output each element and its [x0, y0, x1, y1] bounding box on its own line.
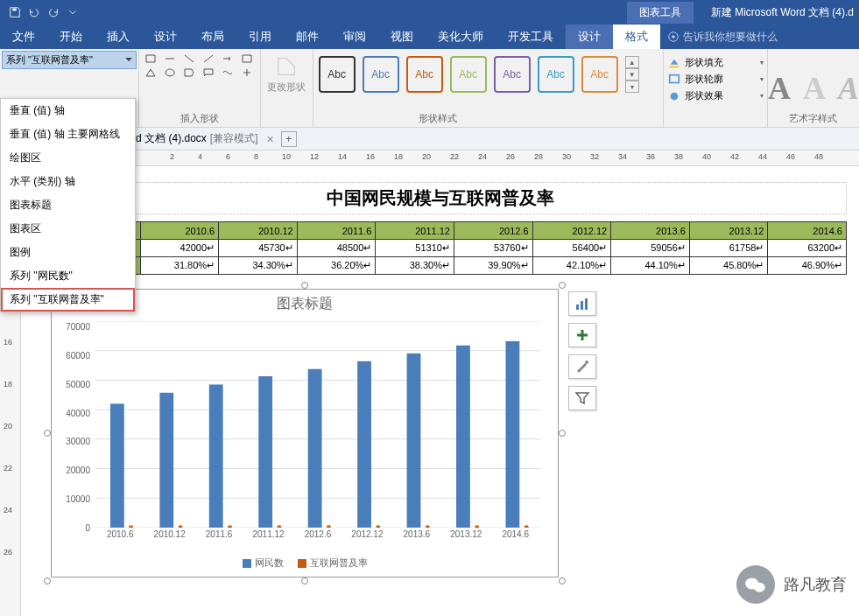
wordart-preset[interactable]: A	[838, 70, 859, 107]
wechat-icon	[736, 565, 775, 604]
shape-thumb[interactable]	[239, 52, 255, 65]
menu-item[interactable]: 美化大师	[426, 24, 496, 49]
scroll-up-icon[interactable]: ▲	[625, 56, 639, 68]
chart-add-button[interactable]	[568, 323, 596, 347]
svg-rect-16	[209, 384, 223, 528]
data-table: 时间2010.62010.122011.62011.122012.62012.1…	[33, 221, 847, 275]
shape-thumb[interactable]	[162, 66, 178, 79]
shape-style-preset[interactable]: Abc	[363, 56, 399, 93]
shape-style-preset[interactable]: Abc	[319, 56, 356, 93]
dropdown-item[interactable]: 图例	[1, 241, 135, 264]
svg-rect-4	[669, 74, 679, 82]
dropdown-item[interactable]: 垂直 (值) 轴	[1, 99, 135, 122]
shape-style-preset[interactable]: Abc	[538, 56, 574, 93]
page: 中国网民规模与互联网普及率 时间2010.62010.122011.62011.…	[21, 166, 859, 584]
dropdown-item[interactable]: 图表标题	[1, 193, 135, 217]
shape-thumb[interactable]	[220, 52, 236, 65]
wordart-preset[interactable]: A	[768, 70, 791, 107]
ribbon: 系列 "互联网普及率" 垂直 (值) 轴垂直 (值) 轴 主要网格线绘图区水平 …	[0, 49, 859, 128]
undo-icon[interactable]	[25, 3, 44, 22]
insert-shapes-group: 插入形状	[139, 49, 261, 127]
shape-thumb[interactable]	[181, 52, 197, 65]
dropdown-item[interactable]: 系列 "互联网普及率"	[1, 288, 135, 312]
chart-legend: 网民数 互联网普及率	[52, 556, 558, 570]
svg-point-37	[754, 583, 765, 592]
chart-plot-area	[95, 321, 540, 528]
svg-rect-33	[581, 301, 583, 310]
menu-item[interactable]: 设计	[142, 24, 189, 49]
dropdown-item[interactable]: 图表区	[1, 217, 135, 241]
save-icon[interactable]	[5, 3, 25, 22]
chevron-down-icon	[125, 58, 132, 65]
horizontal-ruler: 8642246810121416182022242628303234363840…	[21, 150, 859, 166]
document-tab-bar: W 新建 Microsoft Word 文档 (4).docx [兼容模式] ×…	[21, 128, 859, 150]
svg-rect-19	[357, 361, 371, 528]
wordart-preset[interactable]: A	[803, 70, 826, 107]
redo-icon[interactable]	[44, 3, 63, 22]
menu-item[interactable]: 插入	[95, 24, 142, 49]
dropdown-item[interactable]: 绘图区	[1, 146, 135, 170]
shape-style-preset[interactable]: Abc	[450, 56, 487, 93]
wordart-styles-group: A A A 艺术字样式	[768, 49, 859, 127]
svg-rect-18	[308, 369, 322, 528]
menu-item[interactable]: 开发工具	[496, 24, 566, 49]
menu-item[interactable]: 开始	[47, 24, 95, 49]
chart-elements-button[interactable]	[568, 291, 596, 316]
menu-item[interactable]: 视图	[378, 24, 426, 49]
qat-more-icon[interactable]	[63, 3, 82, 22]
menu-item[interactable]: 审阅	[331, 24, 378, 49]
chart-styles-button[interactable]	[568, 354, 596, 379]
chart-element-combo[interactable]: 系列 "互联网普及率"	[2, 51, 137, 69]
shape-style-preset[interactable]: Abc	[406, 56, 443, 93]
menu-item-context[interactable]: 设计	[566, 24, 613, 49]
shape-effects-button[interactable]: 形状效果▾	[667, 88, 764, 104]
tell-me-hint[interactable]: 告诉我你想要做什么	[667, 24, 778, 49]
shape-style-preset[interactable]: Abc	[494, 56, 531, 93]
menu-item[interactable]: 文件	[0, 24, 47, 49]
shape-thumb[interactable]	[143, 52, 158, 65]
svg-rect-34	[585, 298, 588, 310]
chart-element-dropdown: 垂直 (值) 轴垂直 (值) 轴 主要网格线绘图区水平 (类别) 轴图表标题图表…	[0, 98, 136, 312]
shape-thumb[interactable]	[239, 66, 255, 79]
scroll-down-icon[interactable]: ▼	[625, 68, 639, 80]
svg-rect-3	[669, 66, 679, 67]
shape-thumb[interactable]	[181, 66, 197, 79]
svg-point-31	[524, 525, 529, 528]
chart-object[interactable]: 图表标题 01000020000300004000050000600007000…	[51, 289, 559, 578]
svg-rect-32	[576, 304, 579, 310]
chart-element-selector-group: 系列 "互联网普及率" 垂直 (值) 轴垂直 (值) 轴 主要网格线绘图区水平 …	[0, 49, 139, 127]
shape-thumb[interactable]	[162, 52, 178, 65]
context-tab-label: 图表工具	[627, 2, 694, 24]
menu-item-context[interactable]: 格式	[613, 24, 660, 49]
shape-style-preset[interactable]: Abc	[581, 56, 618, 93]
dropdown-item[interactable]: 系列 "网民数"	[1, 264, 135, 288]
chart-side-tools	[568, 291, 596, 410]
dropdown-item[interactable]: 垂直 (值) 轴 主要网格线	[1, 122, 135, 146]
new-tab-icon[interactable]: +	[281, 131, 297, 147]
group-label: 艺术字样式	[768, 112, 859, 125]
shape-thumb[interactable]	[201, 52, 216, 65]
svg-rect-20	[407, 354, 421, 528]
svg-point-25	[227, 525, 232, 528]
gallery-more-icon[interactable]: ▾	[625, 80, 639, 93]
menu-item[interactable]: 引用	[236, 24, 284, 49]
close-tab-icon[interactable]: ×	[266, 132, 273, 146]
shape-outline-button[interactable]: 形状轮廓▾	[667, 71, 764, 88]
svg-point-24	[178, 525, 183, 528]
svg-rect-17	[258, 376, 272, 528]
compat-mode: [兼容模式]	[210, 131, 258, 146]
svg-rect-14	[110, 403, 124, 528]
watermark: 路凡教育	[736, 565, 847, 604]
menu-item[interactable]: 邮件	[284, 24, 331, 49]
title-bar: 图表工具 新建 Microsoft Word 文档 (4).d	[0, 0, 859, 24]
shape-thumb[interactable]	[143, 66, 158, 79]
shape-fill-button[interactable]: 形状填充▾	[667, 54, 764, 71]
dropdown-item[interactable]: 水平 (类别) 轴	[1, 170, 135, 193]
shape-thumb[interactable]	[220, 66, 236, 79]
chart-filter-button[interactable]	[568, 386, 596, 410]
shape-thumb[interactable]	[201, 66, 216, 79]
document-title: 新建 Microsoft Word 文档 (4).d	[711, 5, 854, 20]
menu-item[interactable]: 布局	[189, 24, 236, 49]
svg-rect-21	[456, 346, 470, 528]
svg-point-28	[376, 525, 381, 528]
